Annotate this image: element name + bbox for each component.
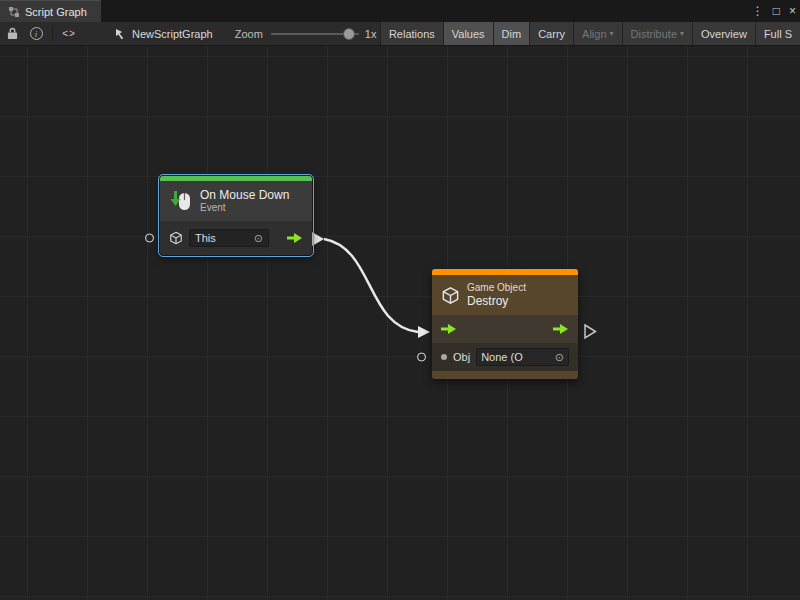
graph-canvas[interactable]: On Mouse Down Event This ⊙ bbox=[0, 46, 800, 600]
flow-input-port[interactable] bbox=[441, 324, 457, 334]
script-graph-icon bbox=[8, 6, 20, 18]
flow-arrowhead-target bbox=[418, 326, 430, 338]
target-value-select[interactable]: This ⊙ bbox=[189, 229, 269, 247]
zoom-label: Zoom bbox=[235, 28, 263, 40]
tab-bar: Script Graph ⋮ □ × bbox=[0, 0, 800, 22]
chevron-down-icon: ▾ bbox=[610, 29, 614, 38]
value-dot-icon bbox=[441, 354, 447, 360]
fullscreen-button[interactable]: Full S bbox=[755, 22, 800, 46]
window-controls: ⋮ □ × bbox=[752, 0, 796, 22]
menu-icon[interactable]: ⋮ bbox=[752, 0, 764, 22]
flow-arrowhead-source bbox=[312, 232, 324, 246]
zoom-value: 1x bbox=[365, 28, 377, 40]
edit-source-button[interactable]: <> bbox=[57, 22, 81, 46]
flow-output-hint-icon[interactable] bbox=[585, 325, 596, 338]
overview-button[interactable]: Overview bbox=[692, 22, 755, 46]
obj-value: None (O bbox=[481, 351, 523, 363]
carry-button[interactable]: Carry bbox=[529, 22, 573, 46]
toolbar-separator bbox=[52, 26, 53, 42]
game-object-cube-icon bbox=[441, 286, 460, 305]
dim-button[interactable]: Dim bbox=[493, 22, 530, 46]
param-label: Obj bbox=[453, 351, 470, 363]
graph-breadcrumb[interactable]: NewScriptGraph bbox=[115, 28, 213, 40]
zoom-slider-knob[interactable] bbox=[343, 28, 355, 40]
flow-output-port[interactable] bbox=[553, 324, 569, 334]
event-node-titles: On Mouse Down Event bbox=[200, 188, 289, 214]
target-value: This bbox=[195, 232, 216, 244]
chevron-down-icon: ▾ bbox=[680, 29, 684, 38]
node-subtitle: Event bbox=[200, 202, 289, 214]
destroy-flow-row bbox=[432, 315, 578, 343]
object-picker-icon: ⊙ bbox=[254, 233, 263, 244]
node-title: Destroy bbox=[467, 294, 526, 308]
destroy-node-footer bbox=[432, 371, 578, 379]
game-object-cube-icon bbox=[169, 231, 183, 245]
wire-layer bbox=[0, 46, 800, 600]
obj-input-port[interactable] bbox=[417, 353, 426, 362]
code-icon: <> bbox=[62, 28, 76, 39]
node-title: On Mouse Down bbox=[200, 188, 289, 202]
tab-script-graph[interactable]: Script Graph bbox=[0, 0, 101, 22]
destroy-node-titles: Game Object Destroy bbox=[467, 282, 526, 308]
event-node-header[interactable]: On Mouse Down Event bbox=[160, 181, 312, 221]
flow-wire bbox=[324, 239, 418, 332]
object-picker-icon: ⊙ bbox=[555, 352, 564, 363]
obj-value-field[interactable]: None (O ⊙ bbox=[476, 348, 569, 366]
info-button[interactable]: i bbox=[24, 22, 48, 46]
maximize-icon[interactable]: □ bbox=[773, 0, 780, 22]
graph-asset-icon bbox=[115, 28, 127, 40]
event-node-body: This ⊙ bbox=[160, 221, 312, 255]
graph-toolbar: i <> NewScriptGraph Zoom 1x Relations Va… bbox=[0, 22, 800, 46]
destroy-param-row: Obj None (O ⊙ bbox=[432, 343, 578, 371]
flow-output-port[interactable] bbox=[287, 233, 303, 243]
lock-icon bbox=[7, 27, 18, 40]
align-button[interactable]: Align ▾ bbox=[573, 22, 621, 46]
graph-name: NewScriptGraph bbox=[132, 28, 213, 40]
info-icon: i bbox=[30, 27, 43, 40]
node-destroy[interactable]: Game Object Destroy Obj None (O ⊙ bbox=[432, 269, 578, 379]
target-input-port[interactable] bbox=[145, 234, 154, 243]
destroy-node-header[interactable]: Game Object Destroy bbox=[432, 275, 578, 315]
relations-button[interactable]: Relations bbox=[380, 22, 443, 46]
toolbar-buttons: Relations Values Dim Carry Align ▾ Distr… bbox=[380, 22, 800, 46]
node-category: Game Object bbox=[467, 282, 526, 294]
zoom-slider[interactable] bbox=[271, 27, 359, 41]
values-button[interactable]: Values bbox=[443, 22, 493, 46]
lock-button[interactable] bbox=[0, 22, 24, 46]
script-graph-window: Script Graph ⋮ □ × i <> NewScriptGraph bbox=[0, 0, 800, 600]
mouse-down-icon bbox=[169, 189, 193, 213]
tab-title: Script Graph bbox=[25, 6, 87, 18]
distribute-button[interactable]: Distribute ▾ bbox=[622, 22, 692, 46]
close-icon[interactable]: × bbox=[789, 0, 796, 22]
node-on-mouse-down[interactable]: On Mouse Down Event This ⊙ bbox=[160, 176, 312, 255]
